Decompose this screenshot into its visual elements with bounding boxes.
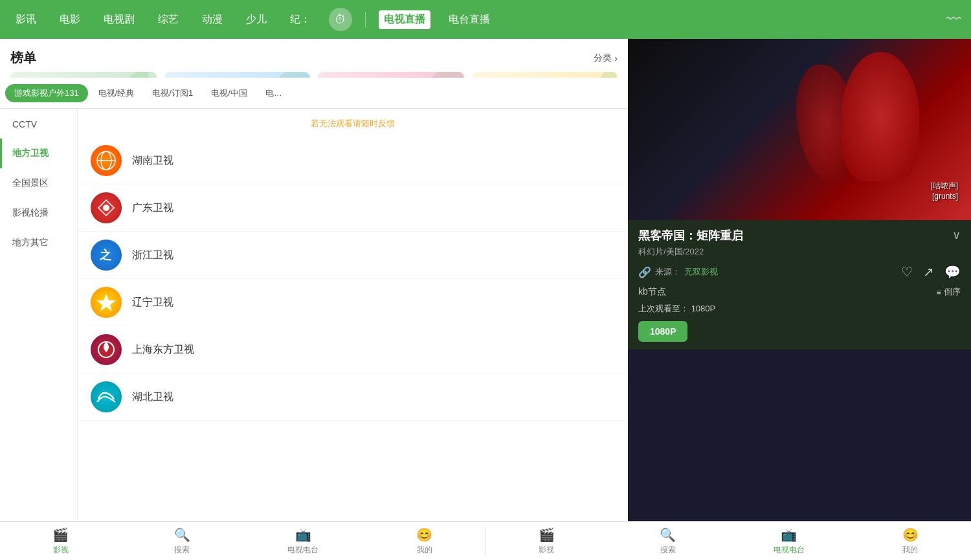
nav-radio-live[interactable]: 电台直播 xyxy=(443,10,495,29)
tab-tv-order[interactable]: 电视/订阅1 xyxy=(144,84,201,102)
video-background: [咕哝声] [grunts] xyxy=(628,39,971,220)
channel-list: 若无法观看请随时反馈 湖南卫视 广东卫视 之 xyxy=(78,78,628,521)
reverse-button[interactable]: ≡ 倒序 xyxy=(936,286,961,298)
tv-live-dropdown: 游戏影视户外131 电视/经典 电视/订阅1 电视/中国 电… CCTV 地方卫… xyxy=(0,78,628,521)
channel-item-hubei[interactable]: 湖北卫视 xyxy=(78,374,628,421)
top-navigation: 影讯 电影 电视剧 综艺 动漫 少儿 纪： ⏱ 电视直播 电台直播 〰 xyxy=(0,0,971,39)
video-player[interactable]: [咕哝声] [grunts] xyxy=(628,39,971,220)
nav-shaoner[interactable]: 少儿 xyxy=(241,10,272,29)
channel-item-liaoning[interactable]: 辽宁卫视 xyxy=(78,279,628,326)
movies-right-icon: 🎬 xyxy=(539,527,555,543)
bottom-nav-movies[interactable]: 🎬 影视 xyxy=(0,522,121,560)
left-panel: 榜单 分类 › 实时电影榜 每小时更新 1 实时电视榜 每小时更新 2 口碑榜 … xyxy=(0,39,628,521)
video-actions: 🔗 来源： 无双影视 ♡ ↗ 💬 xyxy=(638,264,961,280)
bottom-navigation: 🎬 影视 🔍 搜索 📺 电视电台 😊 我的 🎬 影视 🔍 搜索 📺 电视电台 😊… xyxy=(0,521,971,560)
svg-marker-5 xyxy=(96,294,116,311)
category-local-other[interactable]: 地方其它 xyxy=(0,228,77,258)
video-subtitle: [咕哝声] [grunts] xyxy=(930,181,958,201)
channel-item-shanghai[interactable]: 上海东方卫视 xyxy=(78,326,628,374)
action-icons: ♡ ↗ 💬 xyxy=(901,264,961,280)
video-meta: 科幻片/美国/2022 xyxy=(638,246,961,258)
mine-nav-icon: 😊 xyxy=(416,527,432,543)
channel-name-zhejiang: 浙江卫视 xyxy=(132,249,173,262)
rankings-header: 榜单 分类 › xyxy=(0,39,628,72)
video-source: 🔗 来源： 无双影视 xyxy=(638,266,718,278)
tv-tabs: 游戏影视户外131 电视/经典 电视/订阅1 电视/中国 电… xyxy=(0,84,295,102)
rankings-title: 榜单 xyxy=(10,49,36,67)
history-icon: ⏱ xyxy=(335,13,346,27)
bottom-nav-search-right[interactable]: 🔍 搜索 xyxy=(607,522,728,560)
tv-right-icon: 📺 xyxy=(781,527,797,543)
kb-label: kb节点 xyxy=(638,286,666,298)
trend-icon[interactable]: 〰 xyxy=(946,11,961,28)
tab-tv-classic[interactable]: 电视/经典 xyxy=(91,84,142,102)
collapse-button[interactable]: ∨ xyxy=(952,228,961,242)
channel-logo-liaoning xyxy=(91,287,122,318)
nav-divider xyxy=(365,12,366,27)
nav-dongman[interactable]: 动漫 xyxy=(197,10,228,29)
search-nav-icon: 🔍 xyxy=(174,527,190,543)
channel-item-hunan[interactable]: 湖南卫视 xyxy=(78,137,628,185)
quality-row: 1080P xyxy=(638,321,961,342)
tv-nav-icon: 📺 xyxy=(295,527,311,543)
right-panel: [咕哝声] [grunts] 黑客帝国：矩阵重启 ∨ 科幻片/美国/2022 🔗… xyxy=(628,39,971,521)
bottom-nav-movies-right[interactable]: 🎬 影视 xyxy=(486,522,607,560)
channel-name-shanghai: 上海东方卫视 xyxy=(132,343,194,357)
tab-tv-china[interactable]: 电视/中国 xyxy=(203,84,255,102)
main-area: 榜单 分类 › 实时电影榜 每小时更新 1 实时电视榜 每小时更新 2 口碑榜 … xyxy=(0,39,971,521)
tab-tv-more[interactable]: 电… xyxy=(258,84,290,102)
channel-logo-guangdong xyxy=(91,192,122,223)
nav-dianying[interactable]: 电影 xyxy=(54,10,85,29)
svg-point-3 xyxy=(103,205,109,211)
nav-jiemi[interactable]: 纪： xyxy=(285,10,316,29)
channel-item-guangdong[interactable]: 广东卫视 xyxy=(78,185,628,232)
last-watch: 上次观看至： 1080P xyxy=(638,303,961,315)
category-national-park[interactable]: 全国景区 xyxy=(0,168,77,198)
source-name: 无双影视 xyxy=(684,266,718,278)
video-figure-main xyxy=(842,52,919,181)
classify-button[interactable]: 分类 › xyxy=(594,52,618,64)
channel-item-zhejiang[interactable]: 之 浙江卫视 xyxy=(78,232,628,279)
category-local-satellite[interactable]: 地方卫视 xyxy=(0,139,77,168)
history-button[interactable]: ⏱ xyxy=(329,8,352,31)
mine-right-icon: 😊 xyxy=(902,527,919,543)
tv-tabs-bar: 游戏影视户外131 电视/经典 电视/订阅1 电视/中国 电… xyxy=(0,78,628,109)
nav-zongyi[interactable]: 综艺 xyxy=(153,10,184,29)
channel-name-guangdong: 广东卫视 xyxy=(132,201,173,215)
search-right-icon: 🔍 xyxy=(660,527,676,543)
channel-category-sidebar: CCTV 地方卫视 全国景区 影视轮播 地方其它 xyxy=(0,78,78,521)
channel-name-hunan: 湖南卫视 xyxy=(132,154,173,168)
channel-logo-shanghai xyxy=(91,334,122,365)
nav-yingxun[interactable]: 影讯 xyxy=(10,10,41,29)
video-title-row: 黑客帝国：矩阵重启 ∨ xyxy=(638,228,961,243)
svg-text:之: 之 xyxy=(99,248,112,262)
nav-dianshiju[interactable]: 电视剧 xyxy=(98,10,140,29)
video-info-panel: 黑客帝国：矩阵重启 ∨ 科幻片/美国/2022 🔗 来源： 无双影视 ♡ ↗ 💬… xyxy=(628,220,971,350)
channel-name-liaoning: 辽宁卫视 xyxy=(132,296,173,309)
bottom-nav-search[interactable]: 🔍 搜索 xyxy=(121,522,242,560)
quality-1080p[interactable]: 1080P xyxy=(638,321,687,342)
feedback-notice: 若无法观看请随时反馈 xyxy=(78,110,628,137)
category-cctv[interactable]: CCTV xyxy=(0,110,77,139)
bottom-nav-mine-right[interactable]: 😊 我的 xyxy=(850,522,971,560)
chevron-right-icon: › xyxy=(614,53,618,63)
comment-icon[interactable]: 💬 xyxy=(944,264,961,280)
link-icon: 🔗 xyxy=(638,266,651,278)
tab-game-outdoor[interactable]: 游戏影视户外131 xyxy=(5,84,88,102)
favorite-icon[interactable]: ♡ xyxy=(901,264,913,280)
channel-logo-zhejiang: 之 xyxy=(91,240,122,271)
list-icon: ≡ xyxy=(936,287,941,297)
bottom-nav-tv-station[interactable]: 📺 电视电台 xyxy=(243,522,364,560)
bottom-nav-mine[interactable]: 😊 我的 xyxy=(364,522,485,560)
movies-nav-icon: 🎬 xyxy=(52,527,69,543)
video-title: 黑客帝国：矩阵重启 xyxy=(638,228,743,243)
channel-logo-hunan xyxy=(91,145,122,176)
video-controls-row: kb节点 ≡ 倒序 xyxy=(638,286,961,298)
share-icon[interactable]: ↗ xyxy=(923,264,934,280)
bottom-nav-tv-right[interactable]: 📺 电视电台 xyxy=(728,522,849,560)
category-movie-loop[interactable]: 影视轮播 xyxy=(0,198,77,228)
nav-tv-live[interactable]: 电视直播 xyxy=(379,10,430,29)
channel-logo-hubei xyxy=(91,381,122,412)
channel-name-hubei: 湖北卫视 xyxy=(132,390,173,404)
